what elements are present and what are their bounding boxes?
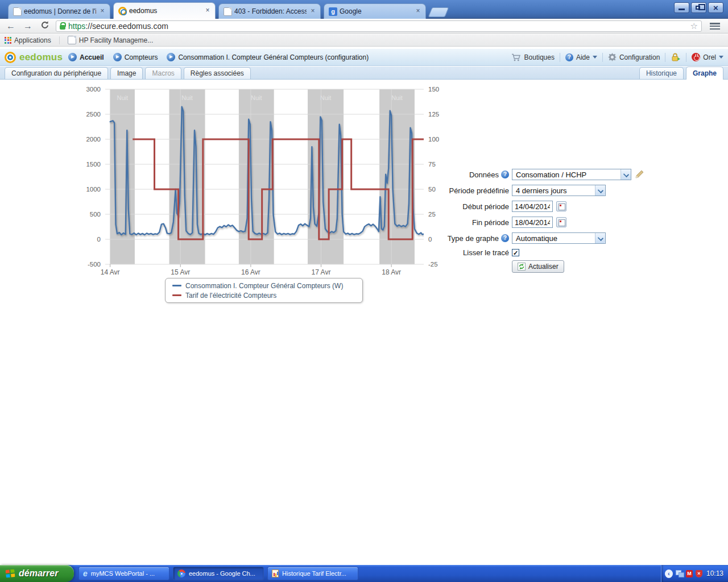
legend-swatch-blue bbox=[172, 285, 181, 286]
taskbar-button-historique[interactable]: Historique Tarif Electr... bbox=[267, 567, 358, 580]
tab-regles-associees[interactable]: Règles associées bbox=[184, 67, 251, 79]
restore-button[interactable] bbox=[691, 2, 706, 13]
edit-pencil-icon[interactable] bbox=[635, 170, 644, 179]
breadcrumb-compteurs[interactable]: Compteurs bbox=[113, 53, 158, 61]
breadcrumb-accueil[interactable]: Accueil bbox=[68, 53, 104, 61]
browser-titlebar: eedomus | Donnez de l'intelli eedomus 40… bbox=[0, 0, 728, 19]
bookmarks-divider bbox=[59, 36, 60, 44]
svg-text:1000: 1000 bbox=[86, 186, 101, 193]
task-label: Historique Tarif Electr... bbox=[282, 570, 346, 577]
google-favicon-icon bbox=[329, 7, 337, 16]
chevron-down-icon[interactable] bbox=[595, 233, 605, 243]
form-row-lisser: Lisser le tracé bbox=[437, 246, 648, 259]
boutiques-button[interactable]: Boutiques bbox=[511, 53, 555, 61]
debut-label: Début période bbox=[462, 202, 509, 211]
actualiser-button[interactable]: Actualiser bbox=[512, 260, 564, 273]
help-icon[interactable] bbox=[501, 171, 509, 178]
bookmark-label: HP Facility Manageme... bbox=[79, 36, 154, 44]
nav-arrow-icon bbox=[167, 53, 175, 61]
chevron-down-icon[interactable] bbox=[621, 169, 631, 180]
svg-text:Nuit: Nuit bbox=[251, 94, 262, 101]
tray-chevron-icon[interactable] bbox=[665, 569, 673, 578]
svg-text:14 Avr: 14 Avr bbox=[101, 268, 120, 276]
breadcrumb-label: Consommation I. Compteur Général Compteu… bbox=[178, 53, 369, 61]
periode-select[interactable]: 4 derniers jours bbox=[512, 185, 606, 196]
antivirus-icon[interactable] bbox=[686, 570, 693, 577]
security-lock-button[interactable] bbox=[671, 53, 681, 61]
bookmark-hp-facility[interactable]: HP Facility Manageme... bbox=[68, 36, 154, 44]
browser-tab-3[interactable]: 403 - Forbidden: Access is d bbox=[218, 3, 321, 19]
donnees-select[interactable]: Consomation / HCHP bbox=[512, 169, 631, 180]
periode-label: Période prédéfinie bbox=[449, 186, 509, 195]
security-alert-icon[interactable] bbox=[696, 570, 702, 577]
tab-label: Configuration du périphérique bbox=[11, 69, 101, 77]
bookmark-star-icon[interactable] bbox=[690, 21, 698, 31]
svg-text:1500: 1500 bbox=[86, 161, 101, 168]
windows-taskbar: démarrer myMCS WebPortal - ... eedomus -… bbox=[0, 565, 728, 582]
eedomus-brand[interactable]: eedomus bbox=[5, 52, 68, 63]
actualiser-label: Actualiser bbox=[528, 263, 559, 271]
bookmark-label: Applications bbox=[14, 36, 51, 44]
tab-close-icon[interactable] bbox=[98, 7, 106, 15]
svg-text:16 Avr: 16 Avr bbox=[241, 268, 260, 276]
type-graphe-select[interactable]: Automatique bbox=[512, 232, 606, 244]
new-tab-button[interactable] bbox=[428, 7, 449, 17]
calendar-icon[interactable] bbox=[556, 217, 566, 227]
browser-tab-1[interactable]: eedomus | Donnez de l'intelli bbox=[8, 3, 110, 19]
svg-text:500: 500 bbox=[90, 211, 101, 218]
chevron-down-icon bbox=[719, 56, 723, 59]
debut-date-input[interactable] bbox=[512, 201, 553, 212]
browser-tab-2-active[interactable]: eedomus bbox=[113, 2, 216, 19]
form-row-fin: Fin période bbox=[437, 214, 648, 230]
chevron-down-icon[interactable] bbox=[595, 185, 605, 196]
help-icon[interactable] bbox=[501, 234, 509, 242]
power-user-icon bbox=[692, 53, 700, 61]
tab-macros: Macros bbox=[145, 67, 181, 79]
network-icon[interactable] bbox=[676, 570, 683, 577]
taskbar-clock: 10:13 bbox=[706, 569, 723, 577]
donnees-label: Données bbox=[469, 171, 499, 179]
reload-button[interactable] bbox=[39, 20, 51, 32]
minimize-button[interactable] bbox=[674, 2, 689, 13]
back-button[interactable] bbox=[5, 20, 17, 32]
tab-close-icon[interactable] bbox=[204, 7, 212, 15]
tab-close-icon[interactable] bbox=[309, 7, 317, 15]
taskbar-button-eedomus[interactable]: eedomus - Google Ch... bbox=[173, 567, 264, 580]
browser-tab-4[interactable]: Google bbox=[324, 3, 426, 19]
breadcrumb-device-config[interactable]: Consommation I. Compteur Général Compteu… bbox=[167, 53, 369, 61]
bookmark-applications[interactable]: Applications bbox=[5, 36, 51, 44]
legend-item-tarif[interactable]: Tarif de l'électricité Compteurs bbox=[172, 292, 355, 300]
taskbar-button-mymcs[interactable]: myMCS WebPortal - ... bbox=[78, 567, 169, 580]
legend-label: Consommation I. Compteur Général Compteu… bbox=[185, 282, 343, 290]
svg-text:0: 0 bbox=[97, 236, 101, 243]
start-button[interactable]: démarrer bbox=[0, 565, 74, 582]
tab-graphe[interactable]: Graphe bbox=[686, 66, 723, 80]
fin-date-input[interactable] bbox=[512, 217, 553, 228]
lisser-checkbox[interactable] bbox=[512, 249, 519, 256]
svg-text:75: 75 bbox=[428, 161, 436, 168]
svg-text:125: 125 bbox=[428, 111, 439, 118]
user-orel-button[interactable]: Orel bbox=[692, 53, 723, 61]
close-button[interactable] bbox=[708, 2, 723, 13]
tab-label: Macros bbox=[152, 69, 174, 77]
graph-settings-panel: Données Consomation / HCHP Période prédé… bbox=[437, 167, 648, 275]
consumption-chart: NuitNuitNuitNuitNuit-5000500100015002000… bbox=[77, 82, 441, 278]
forward-button[interactable] bbox=[22, 20, 34, 32]
chrome-menu-button[interactable] bbox=[706, 20, 723, 32]
tab-close-icon[interactable] bbox=[414, 7, 422, 15]
calendar-icon[interactable] bbox=[556, 201, 566, 211]
tab-historique[interactable]: Historique bbox=[639, 67, 684, 79]
aide-label: Aide bbox=[576, 53, 590, 61]
aide-button[interactable]: Aide bbox=[565, 53, 597, 61]
form-row-donnees: Données Consomation / HCHP bbox=[437, 167, 648, 182]
breadcrumb: Accueil Compteurs Consommation I. Compte… bbox=[68, 53, 369, 61]
tab-configuration-peripherique[interactable]: Configuration du périphérique bbox=[5, 67, 108, 79]
address-bar[interactable]: https://secure.eedomus.com bbox=[56, 20, 702, 32]
close-icon bbox=[709, 3, 723, 13]
configuration-button[interactable]: Configuration bbox=[608, 53, 660, 61]
legend-label: Tarif de l'électricité Compteurs bbox=[185, 292, 276, 300]
menu-divider bbox=[602, 53, 603, 62]
legend-item-consommation[interactable]: Consommation I. Compteur Général Compteu… bbox=[172, 282, 355, 290]
reload-icon bbox=[40, 20, 49, 30]
tab-image[interactable]: Image bbox=[110, 67, 143, 79]
